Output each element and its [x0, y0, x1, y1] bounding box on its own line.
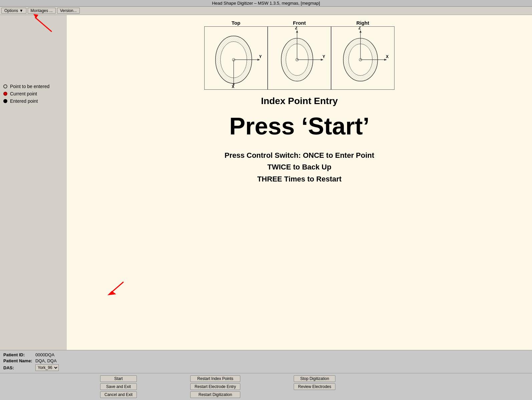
save-exit-button[interactable]: Save and Exit: [100, 383, 137, 390]
patient-name-value: DQA, DQA: [35, 358, 57, 363]
head-views: Top: [204, 20, 394, 90]
instruction-line-1: Press Control Switch: ONCE to Enter Poin…: [225, 149, 374, 161]
version-button[interactable]: Version...: [57, 8, 80, 14]
stop-digitization-button[interactable]: Stop Digitization: [294, 375, 335, 382]
front-view-box: Z Y: [268, 26, 331, 90]
front-view-label: Front: [293, 20, 306, 26]
status-bar: Patient ID: 0000DQA Patient Name: DQA, D…: [0, 350, 532, 373]
title-bar: Head Shape Digitizer – MSW 1.3.5, megmas…: [0, 0, 532, 7]
das-select[interactable]: York_96: [35, 364, 59, 371]
title-text: Head Shape Digitizer – MSW 1.3.5, megmas…: [212, 1, 320, 6]
instruction-line-3: THREE Times to Restart: [225, 173, 374, 185]
legend-label-entered: Entered point: [10, 98, 38, 104]
press-start-text: Press ‘Start’: [229, 113, 369, 139]
legend-label-empty: Point to be entered: [10, 84, 49, 89]
svg-marker-25: [359, 30, 361, 33]
top-view-box: Y X: [204, 26, 268, 90]
svg-text:Y: Y: [322, 54, 325, 59]
right-view-container: Right: [331, 20, 394, 90]
menu-bar: Options ▼ Montages ... Version...: [0, 7, 532, 15]
svg-text:X: X: [386, 54, 388, 59]
svg-marker-15: [296, 30, 298, 33]
right-view-box: Z X: [331, 26, 394, 90]
button-column-2: Restart Index Points Restart Electrode E…: [190, 375, 240, 398]
legend-item-entered: Entered point: [3, 98, 63, 104]
top-view-container: Top: [204, 20, 268, 90]
svg-text:Z: Z: [295, 27, 297, 30]
patient-name-label: Patient Name:: [3, 358, 33, 363]
legend-item-current: Current point: [3, 91, 63, 96]
legend-panel: Point to be entered Current point Entere…: [0, 15, 67, 350]
restart-digitization-button[interactable]: Restart Digitization: [190, 391, 240, 398]
front-view-container: Front: [268, 20, 331, 90]
entered-dot-icon: [3, 99, 7, 103]
options-menu[interactable]: Options ▼: [1, 8, 26, 14]
top-view-svg: Y X: [205, 27, 267, 89]
top-view-label: Top: [232, 20, 240, 26]
start-button[interactable]: Start: [100, 375, 137, 382]
svg-text:X: X: [232, 84, 234, 89]
right-view-label: Right: [356, 20, 369, 26]
das-label: DAS:: [3, 365, 33, 370]
review-electrodes-button[interactable]: Review Electrodes: [294, 383, 335, 390]
patient-id-row: Patient ID: 0000DQA: [3, 352, 529, 357]
main-wrapper: Point to be entered Current point Entere…: [0, 15, 532, 350]
patient-id-label: Patient ID:: [3, 352, 33, 357]
montages-button[interactable]: Montages ...: [28, 8, 56, 14]
index-point-entry-title: Index Point Entry: [261, 96, 338, 106]
legend-item-empty: Point to be entered: [3, 84, 63, 89]
svg-text:Z: Z: [358, 27, 361, 30]
svg-text:Y: Y: [259, 54, 262, 59]
bottom-buttons: Start Save and Exit Cancel and Exit Rest…: [0, 373, 532, 400]
restart-electrode-button[interactable]: Restart Electrode Entry: [190, 383, 240, 390]
patient-id-value: 0000DQA: [35, 352, 54, 357]
current-dot-icon: [3, 92, 7, 96]
right-view-svg: Z X: [331, 27, 394, 89]
instruction-line-2: TWICE to Back Up: [225, 161, 374, 173]
front-view-svg: Z Y: [268, 27, 331, 89]
patient-name-row: Patient Name: DQA, DQA: [3, 358, 529, 363]
das-row: DAS: York_96 York_96: [3, 364, 529, 371]
instructions-panel: Press Control Switch: ONCE to Enter Poin…: [225, 149, 374, 185]
empty-dot-icon: [3, 84, 7, 88]
button-column-3: Stop Digitization Review Electrodes: [294, 375, 335, 398]
legend-label-current: Current point: [10, 91, 37, 96]
button-column-1: Start Save and Exit Cancel and Exit: [100, 375, 137, 398]
cancel-exit-button[interactable]: Cancel and Exit: [100, 391, 137, 398]
restart-index-button[interactable]: Restart Index Points: [190, 375, 240, 382]
center-content: Top: [67, 15, 532, 350]
